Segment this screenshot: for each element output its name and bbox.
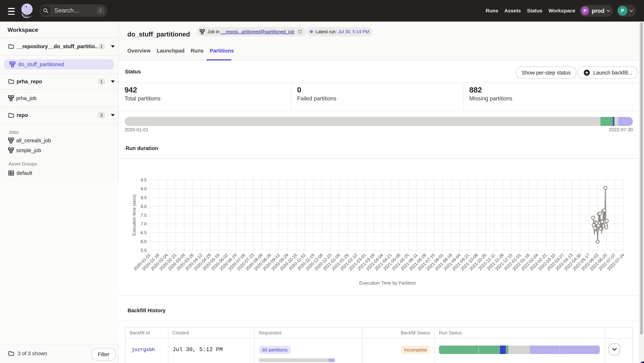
svg-text:8.5: 8.5 [141,195,146,200]
svg-text:6.0: 6.0 [141,239,146,244]
svg-text:9.5: 9.5 [141,178,146,182]
svg-text:7.0: 7.0 [141,222,146,226]
svg-text:5.5: 5.5 [141,248,146,253]
svg-text:9.0: 9.0 [141,186,146,191]
svg-text:Execution time (secs): Execution time (secs) [132,194,136,236]
svg-text:8.0: 8.0 [141,204,146,209]
svg-text:7.5: 7.5 [141,213,146,218]
svg-text:6.5: 6.5 [141,230,146,235]
